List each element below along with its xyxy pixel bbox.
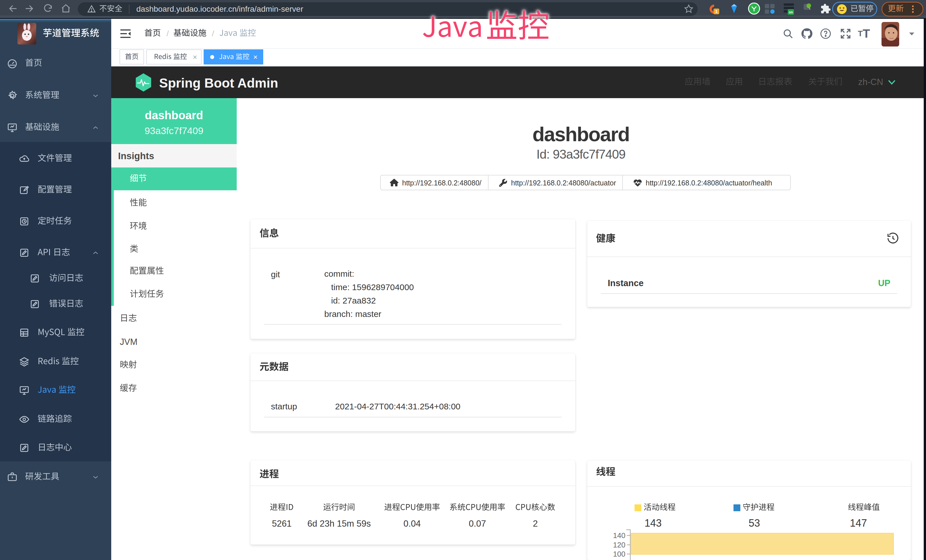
svg-text:1: 1 — [715, 9, 717, 14]
svg-text:on: on — [789, 10, 793, 14]
